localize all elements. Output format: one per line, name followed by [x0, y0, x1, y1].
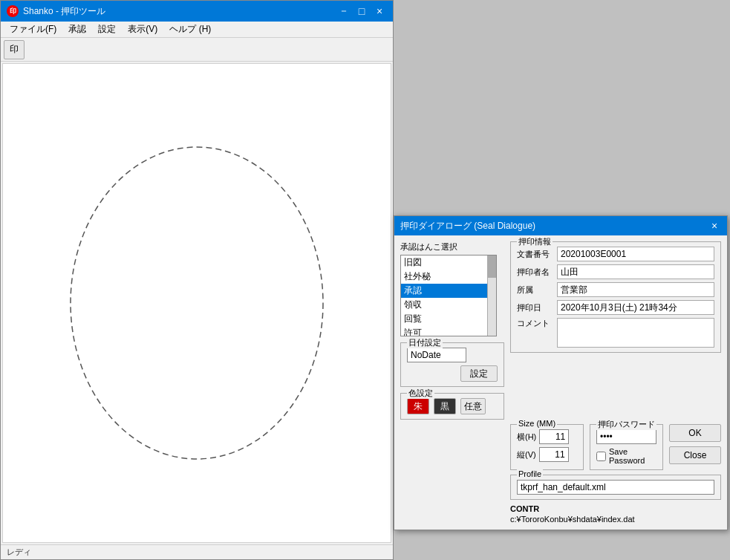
save-password-row: Save Password	[596, 447, 656, 465]
dialog-close-icon-button[interactable]: ×	[708, 219, 721, 232]
info-panel: 押印情報 文書番号 押印者名 所属	[510, 241, 721, 420]
stamper-key: 押印者名	[517, 267, 554, 278]
minimize-button[interactable]: －	[336, 4, 351, 19]
width-label: 横(H)	[517, 432, 536, 443]
menu-help[interactable]: ヘルプ (H)	[163, 22, 217, 37]
list-item[interactable]: 旧図	[401, 255, 487, 270]
password-inner: Save Password	[596, 429, 656, 465]
list-item[interactable]: 回覧	[401, 312, 487, 326]
ok-button[interactable]: OK	[669, 424, 721, 442]
save-password-label: Save Password	[609, 447, 656, 465]
status-bar: レディ	[1, 544, 393, 559]
info-row-doc-number: 文書番号	[517, 247, 714, 261]
stamp-date-value	[557, 300, 714, 315]
size-group-label: Size (MM)	[517, 419, 557, 428]
color-custom-button[interactable]: 任意	[460, 398, 486, 414]
color-settings-group: 色設定 朱 黒 任意	[400, 393, 504, 420]
list-item[interactable]: 領収	[401, 298, 487, 312]
date-settings-group: 日付設定 NoDate 設定	[400, 342, 504, 387]
hanko-section-label: 承認はんこ選択	[400, 241, 504, 253]
hanko-listbox[interactable]: 旧図 社外秘 承認 領収 回覧 許可 複 済 秘	[401, 255, 487, 336]
dept-value	[557, 282, 714, 297]
title-controls: － □ ×	[336, 4, 387, 19]
status-text: レディ	[7, 547, 31, 558]
size-group: Size (MM) 横(H) 縦(V)	[510, 424, 584, 470]
stamp-preview	[67, 140, 327, 466]
profile-group-label: Profile	[517, 469, 543, 478]
stamp-date-key: 押印日	[517, 302, 554, 313]
doc-number-value	[557, 247, 714, 261]
doc-number-key: 文書番号	[517, 249, 554, 260]
info-row-dept: 所属	[517, 282, 714, 297]
size-width-row: 横(H)	[517, 429, 577, 444]
menu-settings[interactable]: 設定	[92, 22, 122, 37]
dialog-window: 押印ダイアローグ (Seal Dialogue) × 承認はんこ選択 旧図 社外…	[394, 215, 728, 530]
stamp-info-label: 押印情報	[517, 236, 553, 247]
menu-view[interactable]: 表示(V)	[122, 22, 163, 37]
width-input[interactable]	[539, 429, 569, 444]
stamp-toolbar-button[interactable]: 印	[4, 40, 25, 59]
main-close-button[interactable]: ×	[372, 4, 387, 19]
password-input[interactable]	[596, 429, 656, 444]
doc-number-input[interactable]	[561, 249, 711, 259]
size-inner: 横(H) 縦(V)	[517, 429, 577, 462]
info-row-date: 押印日	[517, 300, 714, 315]
profile-group: Profile	[510, 475, 721, 500]
dialog-bottom-row: Size (MM) 横(H) 縦(V)	[400, 424, 721, 524]
contr-section: CONTR c:¥TororoKonbu¥shdata¥index.dat	[510, 504, 721, 524]
height-input[interactable]	[539, 447, 569, 462]
list-item[interactable]: 許可	[401, 326, 487, 336]
right-bottom: Size (MM) 横(H) 縦(V)	[510, 424, 721, 524]
app-icon: 印	[7, 5, 19, 17]
color-group-label: 色設定	[407, 388, 434, 399]
list-item-selected[interactable]: 承認	[401, 284, 487, 298]
contr-value: c:¥TororoKonbu¥shdata¥index.dat	[510, 515, 721, 524]
dept-input[interactable]	[561, 284, 711, 295]
stamp-info-group: 押印情報 文書番号 押印者名 所属	[510, 241, 721, 353]
listbox-scrollbar[interactable]	[487, 255, 496, 336]
main-window-title: Shanko - 押印ツール	[23, 5, 105, 18]
menu-file[interactable]: ファイル(F)	[4, 22, 62, 37]
close-dialog-button[interactable]: Close	[669, 446, 721, 464]
menu-approve[interactable]: 承認	[62, 22, 92, 37]
color-black-button[interactable]: 黒	[434, 398, 456, 414]
date-inner: NoDate 設定	[407, 348, 498, 382]
color-buttons-row: 朱 黒 任意	[407, 398, 498, 414]
save-password-checkbox[interactable]	[596, 452, 606, 461]
date-group-label: 日付設定	[407, 337, 443, 348]
canvas-area	[2, 63, 391, 543]
stamper-value	[557, 264, 714, 279]
dialog-title: 押印ダイアローグ (Seal Dialogue)	[400, 220, 535, 232]
password-group: 押印パスワード Save Password	[590, 424, 663, 470]
dialog-title-bar: 押印ダイアローグ (Seal Dialogue) ×	[394, 216, 727, 235]
height-label: 縦(V)	[517, 449, 536, 460]
profile-input[interactable]	[517, 480, 714, 495]
ok-close-buttons: OK Close	[669, 424, 721, 470]
left-bottom-spacer	[400, 424, 504, 524]
nodate-input: NoDate	[407, 348, 466, 362]
toolbar: 印	[1, 38, 393, 62]
hanko-panel: 承認はんこ選択 旧図 社外秘 承認 領収 回覧 許可 複 済 秘	[400, 241, 504, 420]
info-row-comment: コメント	[517, 318, 714, 348]
svg-point-0	[71, 147, 323, 459]
contr-label: CONTR	[510, 504, 721, 513]
size-height-row: 縦(V)	[517, 447, 577, 462]
comment-textarea[interactable]	[557, 318, 714, 348]
stamper-input[interactable]	[561, 267, 711, 277]
menu-bar: ファイル(F) 承認 設定 表示(V) ヘルプ (H)	[1, 22, 393, 38]
dialog-top-row: 承認はんこ選択 旧図 社外秘 承認 領収 回覧 許可 複 済 秘	[400, 241, 721, 420]
info-row-stamper: 押印者名	[517, 264, 714, 279]
comment-key: コメント	[517, 318, 554, 329]
main-title-bar: 印 Shanko - 押印ツール － □ ×	[1, 1, 393, 22]
size-password-row: Size (MM) 横(H) 縦(V)	[510, 424, 721, 470]
list-item[interactable]: 社外秘	[401, 270, 487, 284]
dialog-body: 承認はんこ選択 旧図 社外秘 承認 領収 回覧 許可 複 済 秘	[394, 235, 727, 530]
color-red-button[interactable]: 朱	[407, 398, 429, 414]
title-bar-left: 印 Shanko - 押印ツール	[7, 5, 105, 18]
scrollbar-thumb[interactable]	[488, 255, 496, 278]
maximize-button[interactable]: □	[354, 4, 369, 19]
stamp-date-input[interactable]	[561, 302, 711, 313]
date-setting-button[interactable]: 設定	[460, 365, 498, 382]
password-group-label: 押印パスワード	[596, 419, 656, 430]
main-window: 印 Shanko - 押印ツール － □ × ファイル(F) 承認 設定 表示(…	[0, 0, 394, 560]
